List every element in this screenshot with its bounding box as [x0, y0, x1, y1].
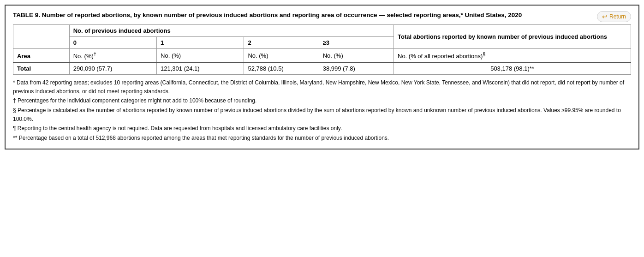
sub-header-2: 2 — [244, 36, 319, 48]
area-header-cell — [13, 24, 70, 48]
area-label-cell: Area — [13, 48, 70, 62]
footnotes-section: * Data from 42 reporting areas; excludes… — [13, 78, 631, 142]
sub-header-3: ≥3 — [319, 36, 394, 48]
sub-label-3: No. (%) — [319, 48, 394, 62]
dagger-sup: † — [94, 51, 96, 57]
total-label: Total — [13, 62, 70, 75]
sub-label-2: No. (%) — [244, 48, 319, 62]
title-section: TABLE 9. Number of reported abortions, b… — [13, 11, 631, 20]
return-button[interactable]: ↩ Return — [597, 11, 631, 22]
main-table: No. of previous induced abortions Total … — [13, 24, 631, 75]
footnote-3: § Percentage is calculated as the number… — [13, 106, 631, 123]
footnote-2: † Percentages for the individual compone… — [13, 96, 631, 105]
header-row-1: No. of previous induced abortions Total … — [13, 24, 631, 36]
footnote-1: * Data from 42 reporting areas; excludes… — [13, 78, 631, 96]
total-sub-label: No. (% of all reported abortions)§ — [394, 48, 631, 62]
footnote-5: ** Percentage based on a total of 512,96… — [13, 134, 631, 143]
sub-label-0: No. (%)† — [69, 48, 156, 62]
section-sup: § — [483, 51, 485, 57]
sub-label-1: No. (%) — [157, 48, 244, 62]
data-row-total: Total 290,090 (57.7) 121,301 (24.1) 52,7… — [13, 62, 631, 75]
footnote-4: ¶ Reporting to the central health agency… — [13, 124, 631, 133]
total-col2: 52,788 (10.5) — [244, 62, 319, 75]
total-col1: 121,301 (24.1) — [157, 62, 244, 75]
header-row-3: Area No. (%)† No. (%) No. (%) No. (%) No… — [13, 48, 631, 62]
sub-header-1: 1 — [157, 36, 244, 48]
total-col3: 38,999 (7.8) — [319, 62, 394, 75]
total-col-header: Total abortions reported by known number… — [394, 24, 631, 48]
main-container: TABLE 9. Number of reported abortions, b… — [5, 5, 639, 149]
return-label: Return — [609, 13, 626, 20]
total-grand: 503,178 (98.1)** — [394, 62, 631, 75]
total-col0: 290,090 (57.7) — [69, 62, 156, 75]
table-title: TABLE 9. Number of reported abortions, b… — [13, 11, 569, 20]
col-group-header: No. of previous induced abortions — [69, 24, 394, 36]
sub-header-0: 0 — [69, 36, 156, 48]
return-arrow-icon: ↩ — [602, 13, 608, 20]
